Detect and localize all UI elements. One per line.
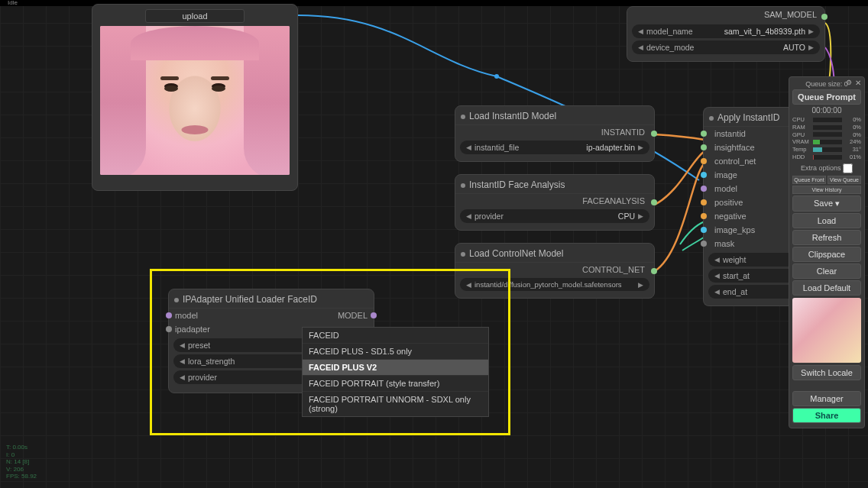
input-ipadapter: ipadapter	[175, 325, 210, 334]
gear-icon[interactable]: ⚙	[846, 79, 852, 86]
canvas-stats: T: 0.00sI: 0N: 14 [8]V: 206FPS: 58.92	[6, 444, 37, 480]
close-icon[interactable]: ✕	[855, 79, 861, 87]
output-label: FACEANALYSIS	[582, 196, 645, 205]
preset-dropdown[interactable]: FACEIDFACEID PLUS - SD1.5 onlyFACEID PLU…	[302, 327, 489, 417]
dropdown-option[interactable]: FACEID PORTRAIT (style transfer)	[303, 376, 488, 392]
preview-thumbnail[interactable]	[792, 298, 861, 363]
dropdown-option[interactable]: FACEID	[303, 328, 488, 344]
load-defaultbutton[interactable]: Load Default	[792, 280, 861, 296]
tiny-button[interactable]: Queue Front	[792, 176, 826, 184]
sam-model-name-widget[interactable]: ◀ model_name sam_vit_h_4b8939.pth ▶	[632, 24, 820, 38]
clearbutton[interactable]: Clear	[792, 263, 861, 279]
timer: 00:00:00	[792, 106, 861, 115]
sam-model-node[interactable]: SAM_MODEL ◀ model_name sam_vit_h_4b8939.…	[627, 6, 825, 62]
tiny-button[interactable]: View History	[792, 186, 861, 194]
save-button[interactable]: Save ▾	[792, 196, 861, 212]
loadbutton[interactable]: Load	[792, 213, 861, 228]
resource-stats: CPU0%RAM0%GPU0%VRAM24%Temp31°HDD01%	[792, 116, 861, 161]
controlnet-file-widget[interactable]: ◀ instantid/diffusion_pytorch_model.safe…	[460, 278, 649, 291]
node-title: Load ControlNet Model	[469, 248, 563, 259]
switch-locale-button[interactable]: Switch Locale	[792, 365, 861, 380]
chevron-left-icon[interactable]: ◀	[638, 27, 643, 35]
upload-button[interactable]: upload	[145, 9, 245, 23]
input-model: model	[175, 311, 198, 320]
portrait-preview	[100, 26, 290, 175]
dropdown-option[interactable]: FACEID PLUS - SD1.5 only	[303, 344, 488, 360]
dropdown-option[interactable]: FACEID PLUS V2	[303, 360, 488, 376]
chevron-right-icon[interactable]: ▶	[808, 27, 814, 35]
upload-node[interactable]: upload	[92, 4, 298, 191]
manager-button[interactable]: Manager	[792, 391, 861, 406]
chevron-left-icon[interactable]: ◀	[638, 44, 643, 51]
node-title: Load InstantID Model	[469, 111, 556, 121]
load-instantid-node[interactable]: Load InstantID Model INSTANTID ◀ instant…	[455, 105, 655, 162]
controlnet-node[interactable]: Load ControlNet Model CONTROL_NET ◀ inst…	[455, 243, 655, 299]
queue-prompt-button[interactable]: Queue Prompt	[792, 89, 861, 105]
extra-options[interactable]: Extra options	[792, 163, 861, 173]
sam-output-label: SAM_MODEL	[764, 10, 817, 19]
clipspacebutton[interactable]: Clipspace	[792, 247, 861, 262]
tiny-button[interactable]: View Queue	[828, 176, 861, 184]
node-title: IPAdapter Unified Loader FaceID	[183, 294, 317, 305]
chevron-right-icon[interactable]: ▶	[808, 44, 814, 51]
dropdown-option[interactable]: FACEID PORTRAIT UNNORM - SDXL only (stro…	[303, 392, 488, 416]
instantid-file-widget[interactable]: ◀ instantid_file ip-adapter.bin ▶	[460, 141, 649, 154]
share-button[interactable]: Share	[792, 408, 861, 423]
node-title: Apply InstantID	[717, 112, 779, 123]
output-label: INSTANTID	[601, 128, 645, 137]
provider-widget[interactable]: ◀ provider CPU ▶	[460, 209, 649, 223]
output-label: CONTROL_NET	[582, 265, 645, 274]
sam-device-widget[interactable]: ◀ device_mode AUTO ▶	[632, 40, 820, 54]
node-title: InstantID Face Analysis	[469, 179, 565, 190]
control-panel[interactable]: ⚙ ✕ Queue size: 0 Queue Prompt 00:00:00 …	[789, 76, 865, 428]
refreshbutton[interactable]: Refresh	[792, 230, 861, 245]
tiny-buttons: Queue FrontView Queue	[792, 176, 861, 184]
face-analysis-node[interactable]: InstantID Face Analysis FACEANALYSIS ◀ p…	[455, 174, 655, 231]
output-model: MODEL	[338, 311, 368, 320]
